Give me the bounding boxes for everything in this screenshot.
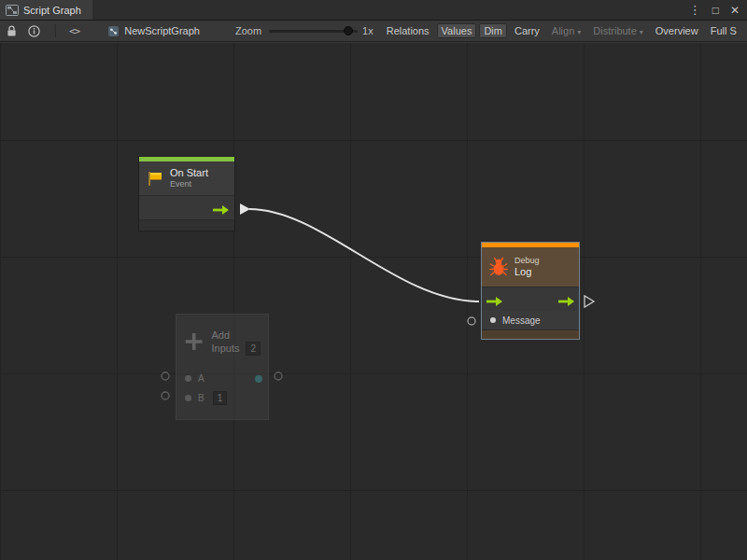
lock-icon[interactable] — [3, 21, 20, 40]
window-controls: ⋮ □ ✕ — [689, 0, 747, 20]
window-titlebar: Script Graph ⋮ □ ✕ — [0, 0, 747, 21]
add-ghost-title: Add — [211, 329, 261, 342]
output-sum-port-dot[interactable] — [255, 375, 262, 383]
ghost-output-outer-port — [275, 372, 282, 380]
message-port-row[interactable]: Message — [482, 311, 579, 329]
script-graph-window: Script Graph ⋮ □ ✕ <> — [0, 0, 747, 560]
on-start-subtitle: Event — [170, 179, 208, 189]
message-port-dot[interactable] — [490, 317, 496, 323]
debug-log-title: Log — [514, 266, 540, 278]
connections-overlay — [0, 43, 747, 560]
ghost-input-a-outer-port — [162, 372, 169, 380]
debug-log-port-row — [482, 287, 579, 311]
ghost-input-b-outer-port — [162, 392, 169, 399]
chevron-down-icon: ▾ — [640, 28, 643, 36]
input-a-port-dot[interactable] — [185, 375, 191, 382]
on-start-port-row — [139, 195, 234, 219]
script-graph-window-icon — [6, 5, 19, 16]
toolbar-separator — [55, 24, 56, 37]
dim-button[interactable]: Dim — [479, 23, 507, 38]
overview-button[interactable]: Overview — [651, 23, 703, 38]
values-button[interactable]: Values — [437, 23, 477, 38]
tab-title: Script Graph — [23, 5, 81, 16]
log-message-outer-port[interactable] — [468, 317, 475, 325]
zoom-value: 1x — [362, 25, 374, 36]
trigger-output-port[interactable] — [213, 203, 229, 219]
graph-name: NewScriptGraph — [124, 25, 200, 36]
chevron-down-icon: ▾ — [577, 28, 581, 36]
debug-log-header: Debug Log — [482, 247, 579, 287]
distribute-dropdown[interactable]: Distribute▾ — [588, 23, 647, 38]
log-exit-arrow-port[interactable] — [585, 296, 594, 307]
toolbar-buttons: Relations Values Dim Carry Align▾ Distri… — [382, 23, 741, 38]
input-a-row[interactable]: A — [176, 369, 268, 388]
plus-icon — [184, 330, 204, 353]
node-add-ghost[interactable]: Add Inputs 2 A B 1 — [176, 314, 269, 420]
inputs-count-field[interactable]: 2 — [246, 342, 261, 356]
graph-breadcrumb[interactable]: NewScriptGraph — [107, 25, 200, 37]
trigger-input-port[interactable] — [486, 294, 502, 311]
align-dropdown[interactable]: Align▾ — [547, 23, 585, 38]
add-ghost-footer — [176, 408, 268, 419]
zoom-slider-knob[interactable] — [344, 26, 353, 35]
align-label: Align — [552, 25, 574, 36]
input-b-port-dot[interactable] — [185, 395, 191, 401]
distribute-label: Distribute — [593, 25, 636, 36]
add-ghost-subtitle: Inputs — [211, 342, 239, 355]
input-a-label: A — [198, 373, 204, 384]
node-debug-log[interactable]: Debug Log — [481, 242, 580, 340]
flag-icon — [147, 171, 163, 187]
menu-icon[interactable]: ⋮ — [689, 4, 701, 16]
add-ghost-header: Add Inputs 2 — [176, 315, 268, 369]
zoom-label: Zoom — [235, 25, 261, 36]
carry-button[interactable]: Carry — [510, 23, 544, 38]
onstart-output-arrow-port[interactable] — [240, 203, 250, 215]
bug-icon — [489, 257, 508, 277]
zoom-slider[interactable] — [269, 25, 358, 36]
tab-script-graph[interactable]: Script Graph — [0, 0, 92, 20]
on-start-title: On Start — [170, 167, 208, 179]
input-b-row[interactable]: B 1 — [176, 388, 268, 408]
input-b-value-field[interactable]: 1 — [213, 391, 228, 405]
close-icon[interactable]: ✕ — [730, 5, 740, 16]
on-start-footer — [139, 219, 234, 231]
graph-asset-icon — [107, 25, 120, 37]
fullscreen-button[interactable]: Full S — [706, 23, 741, 38]
maximize-icon[interactable]: □ — [712, 5, 719, 16]
code-view-icon[interactable]: <> — [69, 21, 79, 40]
trigger-output-port[interactable] — [558, 294, 574, 311]
relations-button[interactable]: Relations — [382, 23, 434, 38]
on-start-header: On Start Event — [139, 161, 234, 195]
debug-log-footer — [482, 329, 579, 339]
graph-canvas[interactable]: On Start Event — [0, 43, 747, 560]
info-icon[interactable] — [25, 21, 42, 40]
wire-onstart-to-log[interactable] — [249, 209, 479, 301]
debug-log-category: Debug — [514, 256, 540, 266]
message-port-label: Message — [502, 315, 541, 326]
node-on-start[interactable]: On Start Event — [138, 156, 235, 231]
input-b-label: B — [198, 393, 204, 403]
graph-toolbar: <> NewScriptGraph Zoom 1x Relations Valu… — [0, 21, 747, 42]
